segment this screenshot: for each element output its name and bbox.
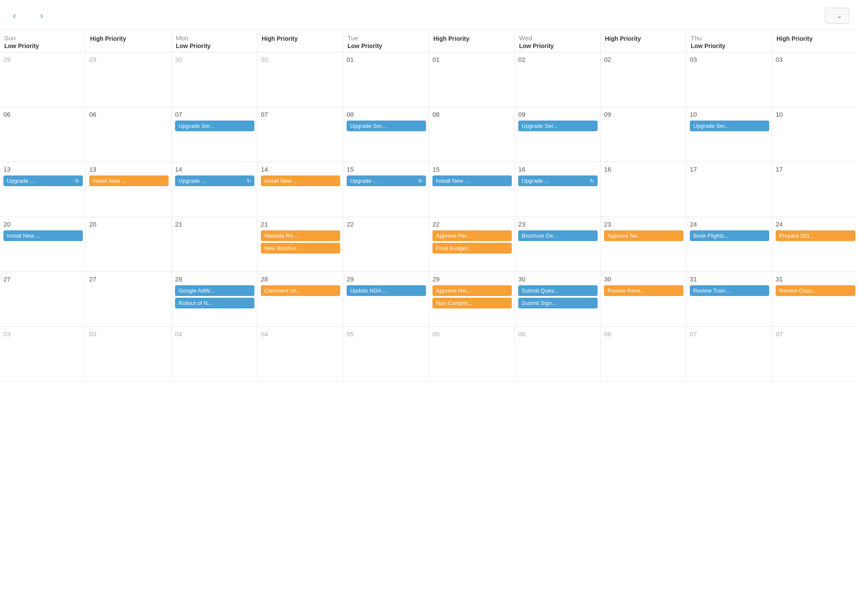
cell-date: 30 <box>604 275 683 283</box>
cal-cell: 13Upgrade ...↻ <box>0 162 86 217</box>
cell-date: 31 <box>690 275 769 283</box>
cal-cell: 22Approve Per...Final Budget... <box>429 217 515 272</box>
event-chip[interactable]: Approve Per... <box>432 230 512 241</box>
event-chip[interactable]: Final Budget... <box>432 243 512 254</box>
event-chip[interactable]: Install New ... <box>89 175 169 186</box>
event-chip[interactable]: Upgrade Ser... <box>690 121 769 131</box>
day-name: Sun <box>4 34 81 42</box>
event-chip[interactable]: Review Chan... <box>776 285 855 296</box>
day-col-header-high: High Priority <box>429 30 515 52</box>
cal-cell: 17 <box>772 162 858 217</box>
event-chip[interactable]: Non-Compet... <box>432 298 512 308</box>
cal-cell: 10Upgrade Ser... <box>686 107 772 162</box>
event-chip[interactable]: Upgrade Ser... <box>518 121 598 131</box>
repeat-icon: ↻ <box>590 178 594 184</box>
day-col-header-low: TueLow Priority <box>343 30 429 52</box>
event-label: Upgrade ... <box>178 178 244 184</box>
cell-date: 21 <box>261 220 340 228</box>
event-chip[interactable]: Upgrade ...↻ <box>518 175 598 186</box>
cal-cell: 21Website Re-...New Brochur... <box>257 217 343 272</box>
cell-date: 07 <box>690 330 769 338</box>
cal-cell: 20Install New ... <box>0 217 86 272</box>
priority-label: High Priority <box>262 35 338 42</box>
cell-date: 23 <box>604 220 683 228</box>
cell-date: 10 <box>776 111 855 118</box>
repeat-icon: ↻ <box>418 178 423 184</box>
event-chip[interactable]: Google AdW... <box>175 285 254 296</box>
day-headers: SunLow PriorityHigh PriorityMonLow Prior… <box>0 30 858 52</box>
cal-cell: 28Google AdW...Rollout of N... <box>172 272 257 327</box>
chevron-left-icon: ‹ <box>13 10 16 21</box>
event-label: Review Chan... <box>779 287 852 294</box>
day-col-header-high: High Priority <box>772 30 858 52</box>
next-month-button[interactable]: › <box>36 9 47 22</box>
event-chip[interactable]: Upgrade ...↻ <box>347 175 426 186</box>
cell-date: 02 <box>518 56 598 63</box>
day-col-header-low: ThuLow Priority <box>686 30 772 52</box>
event-chip[interactable]: Rollout of N... <box>175 298 254 308</box>
event-label: Install New ... <box>7 233 79 239</box>
event-chip[interactable]: Install New ... <box>261 175 340 186</box>
cal-cell: 17 <box>686 162 772 217</box>
cell-date: 28 <box>175 275 254 283</box>
cell-date: 09 <box>604 111 683 118</box>
cell-date: 30 <box>261 56 340 63</box>
event-chip[interactable]: New Brochur... <box>261 243 340 254</box>
event-label: Install New ... <box>436 178 508 184</box>
event-chip[interactable]: Upgrade ...↻ <box>175 175 254 186</box>
event-chip[interactable]: Install New ... <box>432 175 512 186</box>
cal-cell: 05 <box>343 327 429 382</box>
cal-cell: 03 <box>686 52 772 107</box>
cell-date: 21 <box>175 220 254 228</box>
event-label: Approve Hiri... <box>436 287 508 294</box>
event-chip[interactable]: Submit Sign... <box>518 298 598 308</box>
cal-cell: 03 <box>772 52 858 107</box>
cal-cell: 08 <box>429 107 515 162</box>
event-label: Upgrade Ser... <box>178 123 251 129</box>
prev-month-button[interactable]: ‹ <box>9 9 20 22</box>
event-chip[interactable]: Prepare 201... <box>776 230 855 241</box>
event-chip[interactable]: Upgrade Ser... <box>347 121 426 131</box>
view-dropdown[interactable]: ⌄ <box>825 8 849 24</box>
repeat-icon: ↻ <box>247 178 251 184</box>
event-label: New Brochur... <box>264 245 337 251</box>
cell-date: 15 <box>347 166 426 173</box>
event-chip[interactable]: Upgrade Ser... <box>175 121 254 131</box>
event-label: Book Flights... <box>693 233 766 239</box>
cell-date: 08 <box>347 111 426 118</box>
cal-cell: 05 <box>429 327 515 382</box>
event-chip[interactable]: Book Flights... <box>690 230 769 241</box>
day-name: Mon <box>176 34 253 42</box>
cell-date: 04 <box>175 330 254 338</box>
cell-date: 29 <box>347 275 426 283</box>
event-label: Upgrade Ser... <box>522 123 594 129</box>
cell-date: 01 <box>347 56 426 63</box>
event-chip[interactable]: Install New ... <box>3 230 83 241</box>
event-chip[interactable]: Submit Ques... <box>518 285 598 296</box>
cell-date: 09 <box>518 111 598 118</box>
event-label: Google AdW... <box>178 287 251 294</box>
cal-cell: 20 <box>86 217 172 272</box>
event-chip[interactable]: Update NDA ... <box>347 285 426 296</box>
event-label: Upgrade ... <box>7 178 73 184</box>
event-chip[interactable]: Website Re-... <box>261 230 340 241</box>
event-chip[interactable]: Review Reve... <box>604 285 683 296</box>
cell-date: 29 <box>3 56 83 63</box>
event-label: Submit Sign... <box>522 300 594 306</box>
event-chip[interactable]: Review Train... <box>690 285 769 296</box>
chevron-right-icon: › <box>40 10 43 21</box>
cal-cell: 15Upgrade ...↻ <box>343 162 429 217</box>
cell-date: 30 <box>518 275 598 283</box>
cal-cell: 15Install New ... <box>429 162 515 217</box>
cal-cell: 07Upgrade Ser... <box>172 107 257 162</box>
cell-date: 29 <box>89 56 169 63</box>
event-chip[interactable]: Approve Hiri... <box>432 285 512 296</box>
cell-date: 03 <box>690 56 769 63</box>
event-label: Non-Compet... <box>436 300 508 306</box>
event-chip[interactable]: Brochure De... <box>518 230 598 241</box>
event-chip[interactable]: Comment on... <box>261 285 340 296</box>
event-chip[interactable]: Upgrade ...↻ <box>3 175 83 186</box>
cell-date: 10 <box>690 111 769 118</box>
cell-date: 15 <box>432 166 512 173</box>
event-chip[interactable]: Approve Ne... <box>604 230 683 241</box>
